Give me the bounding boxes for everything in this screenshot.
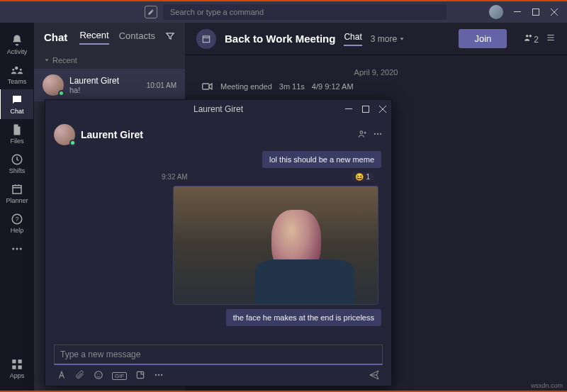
popout-title: Laurent Giret xyxy=(193,104,243,114)
svg-rect-26 xyxy=(137,371,144,378)
svg-rect-0 xyxy=(514,11,521,12)
emoji-icon[interactable] xyxy=(94,370,103,382)
avatar[interactable] xyxy=(54,124,75,145)
tab-recent[interactable]: Recent xyxy=(79,30,108,45)
rail-planner[interactable]: Planner xyxy=(0,179,34,208)
svg-point-21 xyxy=(377,133,378,135)
rail-chat[interactable]: Chat xyxy=(0,89,33,119)
new-chat-button[interactable] xyxy=(145,6,157,18)
format-icon[interactable] xyxy=(57,370,67,382)
send-button[interactable] xyxy=(369,369,380,383)
svg-point-7 xyxy=(16,248,18,250)
sticker-icon[interactable] xyxy=(135,370,145,382)
reaction-badge[interactable]: 😆 1 xyxy=(351,172,374,181)
popout-chat-window: Laurent Giret Laurent Giret lol this sho… xyxy=(45,99,392,386)
svg-point-27 xyxy=(155,374,157,376)
popout-minimize-button[interactable] xyxy=(344,105,353,113)
meeting-duration: 3m 11s xyxy=(279,82,305,91)
gif-icon[interactable]: GIF xyxy=(112,372,127,380)
chat-item-time: 10:01 AM xyxy=(147,82,176,89)
rail-teams[interactable]: Teams xyxy=(0,60,34,89)
svg-point-29 xyxy=(161,374,162,376)
popout-close-button[interactable] xyxy=(378,105,387,113)
close-button[interactable] xyxy=(550,8,558,16)
rail-help[interactable]: ? Help xyxy=(0,208,34,238)
chat-list-title: Chat xyxy=(44,31,67,43)
svg-rect-12 xyxy=(18,366,22,369)
message-bubble[interactable]: lol this should be a new meme xyxy=(262,151,381,168)
svg-rect-11 xyxy=(12,366,16,369)
popout-maximize-button[interactable] xyxy=(361,105,370,113)
search-placeholder: Search or type a command xyxy=(170,8,264,16)
rail-more[interactable] xyxy=(0,238,34,259)
attach-icon[interactable] xyxy=(75,370,85,382)
svg-point-8 xyxy=(20,248,22,250)
popout-contact-name: Laurent Giret xyxy=(81,129,143,140)
title-bar: Search or type a command xyxy=(0,1,567,23)
presence-available-icon xyxy=(58,90,64,96)
rail-files[interactable]: Files xyxy=(0,119,34,149)
chat-item-name: Laurent Giret xyxy=(69,76,141,86)
svg-point-14 xyxy=(526,35,529,38)
recent-section[interactable]: Recent xyxy=(34,52,185,69)
rail-label: Files xyxy=(10,138,23,145)
popout-message-list[interactable]: lol this should be a new meme 9:32 AM 😆 … xyxy=(45,151,391,339)
popout-more-icon[interactable] xyxy=(373,129,383,140)
add-people-icon[interactable] xyxy=(357,129,367,140)
rail-activity[interactable]: Activity xyxy=(0,30,34,60)
message-bubble[interactable]: the face he makes at the end is priceles… xyxy=(226,309,381,326)
message-image[interactable] xyxy=(173,186,378,305)
compose-more-icon[interactable] xyxy=(154,370,164,382)
conversation-header: Back to Work Meeting Chat 3 more Join 2 xyxy=(185,23,567,55)
svg-point-28 xyxy=(158,374,159,376)
meeting-time: 4/9 9:12 AM xyxy=(312,82,354,91)
rail-label: Shifts xyxy=(9,167,26,174)
rail-label: Chat xyxy=(10,108,23,115)
svg-rect-3 xyxy=(13,186,21,194)
tab-chat[interactable]: Chat xyxy=(344,32,361,46)
more-tabs[interactable]: 3 more xyxy=(371,34,405,44)
svg-rect-1 xyxy=(533,9,539,16)
meeting-ended-label: Meeting ended xyxy=(220,82,272,91)
meeting-ended-row: Meeting ended 3m 11s 4/9 9:12 AM xyxy=(202,82,550,91)
search-input[interactable]: Search or type a command xyxy=(163,4,447,20)
watermark: wsxdn.com xyxy=(531,382,563,389)
rail-label: Apps xyxy=(10,372,25,379)
minimize-button[interactable] xyxy=(513,8,522,16)
message-timestamp: 9:32 AM xyxy=(162,173,188,181)
rail-apps[interactable]: Apps xyxy=(0,354,34,383)
svg-point-22 xyxy=(380,133,381,135)
svg-point-6 xyxy=(12,248,14,250)
maximize-button[interactable] xyxy=(532,8,540,16)
svg-rect-18 xyxy=(363,106,369,113)
popout-header: Laurent Giret xyxy=(45,118,391,151)
filter-icon[interactable] xyxy=(165,31,175,43)
meeting-icon xyxy=(196,29,216,49)
svg-point-15 xyxy=(529,35,532,38)
chat-item-preview: ha! xyxy=(69,86,141,94)
conversation-title: Back to Work Meeting xyxy=(225,33,335,45)
svg-text:?: ? xyxy=(15,215,18,223)
svg-rect-10 xyxy=(18,359,22,363)
profile-avatar[interactable] xyxy=(489,5,503,19)
list-icon[interactable] xyxy=(546,33,556,45)
message-input-placeholder: Type a new message xyxy=(60,349,140,359)
compose-area: Type a new message GIF xyxy=(45,339,391,386)
svg-point-23 xyxy=(95,371,103,379)
rail-shifts[interactable]: Shifts xyxy=(0,149,34,179)
tab-contacts[interactable]: Contacts xyxy=(119,30,155,44)
popout-titlebar[interactable]: Laurent Giret xyxy=(45,100,391,118)
chat-list-item[interactable]: Laurent Giret ha! 10:01 AM xyxy=(34,69,185,101)
join-button[interactable]: Join xyxy=(459,29,507,48)
reaction-count: 1 xyxy=(366,173,370,181)
message-input[interactable]: Type a new message xyxy=(54,345,383,365)
svg-rect-9 xyxy=(12,359,16,363)
participants-icon[interactable]: 2 xyxy=(524,33,539,45)
rail-label: Planner xyxy=(6,197,28,204)
rail-label: Activity xyxy=(7,48,28,55)
video-icon xyxy=(202,82,213,91)
app-rail: Activity Teams Chat Files Shifts Planner… xyxy=(0,23,34,391)
date-divider: April 9, 2020 xyxy=(202,68,550,77)
avatar xyxy=(43,74,64,96)
recent-label: Recent xyxy=(52,56,77,65)
